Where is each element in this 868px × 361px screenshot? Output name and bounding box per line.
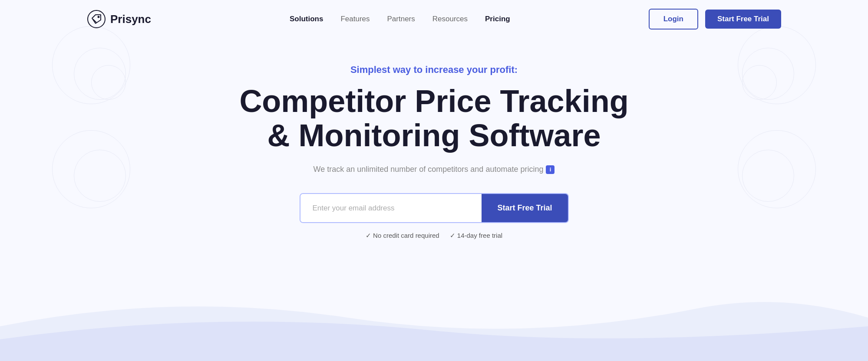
login-button[interactable]: Login [649, 9, 698, 30]
hero-notes: ✓ No credit card required ✓ 14-day free … [366, 232, 502, 240]
hero-subtitle: Simplest way to increase your profit: [350, 64, 518, 75]
svg-point-1 [98, 16, 100, 18]
nav-trial-button[interactable]: Start Free Trial [705, 10, 781, 29]
nav-item-solutions[interactable]: Solutions [290, 15, 323, 23]
nav-links: Solutions Features Partners Resources Pr… [290, 15, 510, 23]
logo-icon [87, 10, 106, 29]
nav-actions: Login Start Free Trial [649, 9, 781, 30]
email-form: Start Free Trial [300, 193, 569, 223]
nav-item-resources[interactable]: Resources [432, 15, 468, 23]
brand-name: Prisync [110, 13, 151, 26]
nav-item-pricing[interactable]: Pricing [485, 15, 510, 23]
hero-description: We track an unlimited number of competit… [314, 165, 555, 174]
nav-item-partners[interactable]: Partners [387, 15, 415, 23]
hero-section: Simplest way to increase your profit: Co… [0, 38, 868, 292]
email-input[interactable] [300, 194, 482, 222]
hero-title-line2: & Monitoring Software [267, 118, 601, 153]
info-icon: i [546, 165, 554, 174]
nav-item-features[interactable]: Features [340, 15, 370, 23]
svg-point-0 [88, 10, 105, 28]
hero-title-line1: Competitor Price Tracking [239, 84, 628, 118]
note-free-trial: ✓ 14-day free trial [450, 232, 502, 240]
hero-title: Competitor Price Tracking & Monitoring S… [239, 84, 628, 153]
navbar: Prisync Solutions Features Partners Reso… [0, 0, 868, 38]
note-no-credit-card: ✓ No credit card required [366, 232, 439, 240]
hero-trial-button[interactable]: Start Free Trial [482, 194, 568, 222]
logo[interactable]: Prisync [87, 10, 151, 29]
